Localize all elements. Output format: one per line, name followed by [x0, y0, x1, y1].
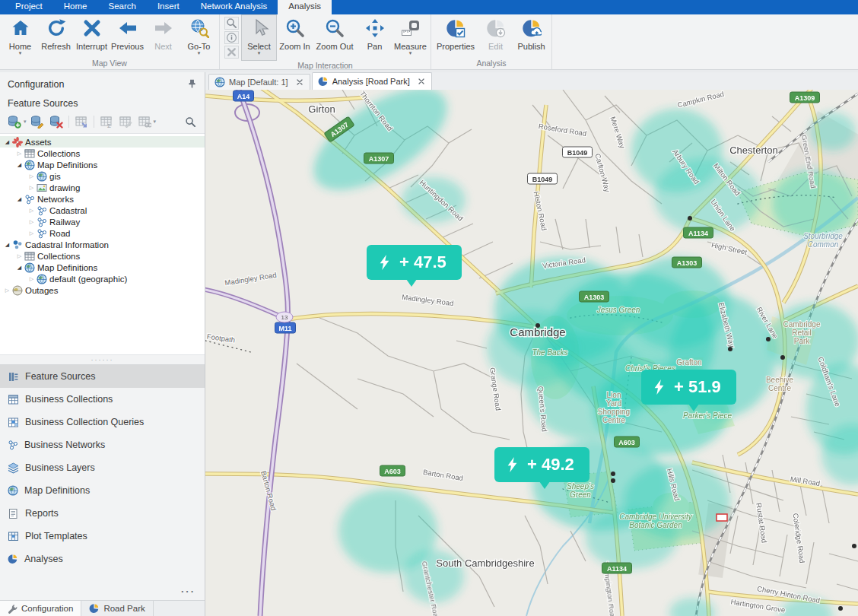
tree-expander[interactable]: ◢ — [15, 265, 24, 271]
tree-expander[interactable]: ◢ — [3, 139, 11, 145]
tree-expander[interactable]: ▷ — [27, 185, 36, 191]
tree-expander[interactable]: ▷ — [27, 208, 36, 214]
db-add-button[interactable] — [6, 114, 23, 129]
info-button[interactable] — [224, 31, 239, 44]
dropdown-caret[interactable]: ▾ — [154, 119, 157, 125]
home-button[interactable]: Home▾ — [2, 14, 38, 59]
ribbon-tab-insert[interactable]: Insert — [147, 0, 190, 14]
map-label: Parker's Piece — [683, 411, 732, 420]
sidebar-item-feature-sources[interactable]: Feature Sources — [0, 365, 205, 388]
interrupt-button[interactable]: Interrupt — [74, 14, 110, 59]
tree-expander[interactable]: ◢ — [15, 196, 24, 202]
zoom-window-button[interactable] — [224, 17, 239, 30]
junction-dot — [852, 544, 856, 548]
tree-expander[interactable]: ▷ — [27, 173, 36, 179]
document-tab-map-default-1[interactable]: Map [Default: 1] — [208, 74, 310, 90]
previous-button[interactable]: Previous — [110, 14, 145, 59]
refresh-button[interactable]: Refresh — [38, 14, 74, 59]
panel-options-button[interactable]: ··· — [0, 584, 205, 600]
tree-node-cadastral-information[interactable]: ◢Cadastral Information — [0, 239, 205, 250]
ribbon-tab-home[interactable]: Home — [53, 0, 98, 14]
tree-expander[interactable]: ◢ — [3, 242, 11, 248]
ribbon-tab-project[interactable]: Project — [5, 0, 53, 14]
publish-button[interactable]: Publish — [513, 14, 549, 59]
svg-text:A603: A603 — [618, 439, 635, 446]
tree-expander[interactable]: ▷ — [3, 287, 11, 294]
tree-expander[interactable]: ▷ — [27, 230, 36, 237]
road-shield: A1309 — [790, 92, 820, 103]
tree-expander[interactable]: ▷ — [27, 276, 36, 282]
tree-node-drawing[interactable]: ▷drawing — [0, 182, 205, 193]
bottom-tab-road-park[interactable]: Road Park — [81, 601, 153, 616]
sidebar-item-reports[interactable]: Reports — [0, 502, 205, 525]
close-icon[interactable] — [295, 78, 304, 87]
pin-icon[interactable] — [187, 78, 197, 90]
impact-callout[interactable]: + 49.2 — [494, 447, 589, 482]
network-icon — [8, 440, 18, 450]
layers-icon — [8, 462, 19, 474]
search-button[interactable] — [182, 114, 199, 129]
tree-expander[interactable]: ▷ — [27, 219, 36, 225]
table-sigma-button: Σ — [98, 114, 115, 129]
home-icon — [11, 18, 30, 41]
properties-button[interactable]: Properties — [434, 14, 478, 59]
tree-node-label: Road — [49, 229, 71, 238]
sidebar-item-business-layers[interactable]: Business Layers — [0, 456, 205, 479]
tree-node-assets[interactable]: ◢Assets — [0, 136, 205, 148]
ribbon-tab-search[interactable]: Search — [97, 0, 146, 14]
sidebar-item-analyses[interactable]: Analyses — [0, 548, 205, 570]
zoom-out-button[interactable]: Zoom Out — [313, 14, 357, 61]
dropdown-caret[interactable]: ▾ — [24, 119, 27, 125]
select-button[interactable]: Select▾ — [241, 14, 277, 61]
tree-node-map-definitions[interactable]: ◢Map Definitions — [0, 159, 205, 170]
tree-node-map-definitions[interactable]: ◢Map Definitions — [0, 262, 205, 273]
tree-node-railway[interactable]: ▷Railway — [0, 216, 205, 227]
svg-text:A1303: A1303 — [677, 259, 698, 267]
pie-edit-icon — [486, 18, 506, 41]
bottom-tab-configuration[interactable]: Configuration — [0, 601, 81, 616]
tree-node-collections[interactable]: ▷Collections — [0, 148, 205, 159]
tree-node-networks[interactable]: ◢Networks — [0, 193, 205, 205]
sidebar-item-label: Map Definitions — [24, 485, 90, 496]
tree-node-gis[interactable]: ▷gis — [0, 170, 205, 182]
sidebar-item-business-collection-queries[interactable]: Business Collection Queries — [0, 411, 205, 433]
ribbon-tab-network-analysis[interactable]: Network Analysis — [190, 0, 278, 14]
impact-callout[interactable]: + 51.9 — [641, 370, 736, 405]
tree-node-default-geographic[interactable]: ▷default (geographic) — [0, 273, 205, 284]
table-query-icon — [8, 417, 19, 428]
sidebar-item-label: Business Collection Queries — [25, 417, 144, 427]
impact-callout[interactable]: + 47.5 — [367, 245, 462, 280]
go-to-button[interactable]: Go-To▾ — [181, 14, 217, 59]
db-delete-button[interactable] — [48, 114, 65, 129]
zoom-in-button[interactable]: Zoom In — [277, 14, 313, 61]
pan-button[interactable]: Pan — [357, 14, 392, 61]
tree-expander[interactable]: ▷ — [15, 253, 24, 259]
ribbon-tab-analysis[interactable]: Analysis — [278, 0, 332, 14]
dropdown-caret: ▾ — [19, 51, 22, 55]
group-caption: Analysis — [434, 59, 549, 69]
sidebar-item-plot-templates[interactable]: Plot Templates — [0, 525, 205, 548]
feature-icon — [8, 371, 19, 383]
close-icon[interactable] — [417, 77, 426, 86]
tree-node-collections[interactable]: ▷Collections — [0, 250, 205, 262]
map-canvas[interactable]: GirtonChestertonCambridgeSouth Cambridge… — [205, 90, 858, 616]
db-edit-button[interactable] — [29, 114, 46, 129]
clear-button[interactable] — [224, 46, 239, 59]
measure-button[interactable]: Measure▾ — [392, 14, 428, 61]
document-tab-analysis-road-park[interactable]: Analysis [Road Park] — [312, 72, 432, 90]
tree-node-cadastral[interactable]: ▷Cadastral — [0, 205, 205, 216]
sidebar-item-map-definitions[interactable]: Map Definitions — [0, 479, 205, 502]
next-button: Next — [145, 14, 181, 59]
table-icon — [24, 251, 36, 262]
lightning-icon — [507, 457, 518, 472]
road-shield: A1134 — [602, 563, 632, 573]
sidebar-item-business-collections[interactable]: Business Collections — [0, 388, 205, 411]
tree-expander[interactable]: ▷ — [15, 151, 24, 157]
panel-splitter[interactable]: ······ — [0, 355, 205, 364]
sidebar-item-business-networks[interactable]: Business Networks — [0, 433, 205, 456]
tree-expander[interactable]: ◢ — [15, 162, 24, 168]
tree-node-label: Map Definitions — [37, 263, 97, 272]
tree-node-outages[interactable]: ▷Outages — [0, 284, 205, 296]
tree-node-road[interactable]: ▷Road — [0, 227, 205, 239]
tree-node-label: Outages — [25, 286, 58, 295]
